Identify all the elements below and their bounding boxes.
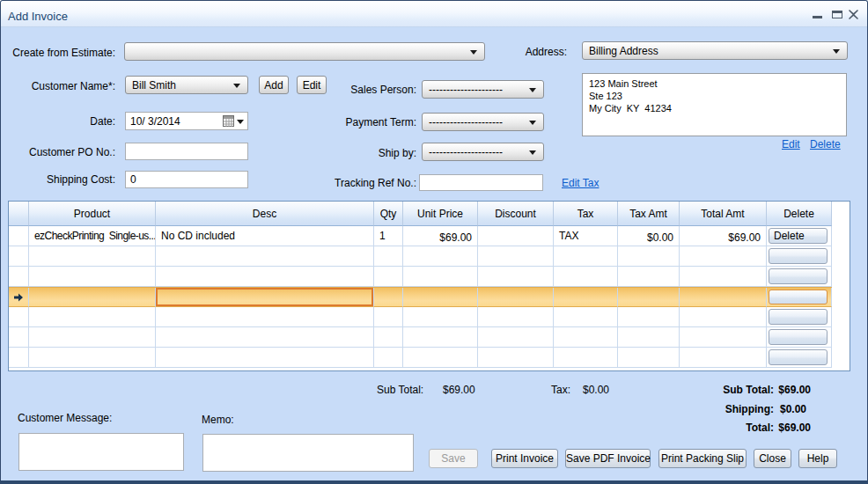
tax-amt-cell[interactable]	[618, 307, 680, 327]
row-selector-cell[interactable]	[9, 348, 29, 368]
payment-term-select[interactable]: ---------------------	[422, 113, 544, 131]
col-header-total-amt[interactable]: Total Amt	[680, 202, 767, 226]
tax-amt-cell[interactable]	[618, 348, 680, 368]
add-customer-button[interactable]: Add	[259, 76, 289, 94]
tax-amt-cell[interactable]: $0.00	[618, 226, 680, 246]
ship-by-select[interactable]: ---------------------	[422, 143, 544, 161]
tax-amt-cell[interactable]	[618, 267, 680, 287]
date-picker[interactable]: 10/ 3/2014	[125, 112, 248, 130]
col-header-discount[interactable]: Discount	[478, 202, 554, 226]
delete-row-button[interactable]	[769, 290, 828, 304]
qty-cell[interactable]	[374, 348, 403, 368]
customer-message-input[interactable]	[18, 433, 184, 471]
row-selector-cell[interactable]	[9, 288, 29, 307]
unit-price-cell[interactable]	[403, 348, 478, 368]
tax-cell[interactable]	[554, 288, 618, 307]
delete-row-button[interactable]	[769, 349, 828, 365]
delete-row-button[interactable]	[769, 309, 828, 325]
tax-cell[interactable]	[554, 327, 618, 348]
col-header-delete[interactable]: Delete	[767, 202, 832, 226]
row-selector-cell[interactable]	[9, 226, 29, 246]
tax-cell[interactable]	[554, 307, 618, 327]
grid-row-7[interactable]	[9, 348, 832, 368]
col-header-tax-amt[interactable]: Tax Amt	[618, 202, 680, 226]
row-selector-cell[interactable]	[9, 246, 29, 267]
tax-cell[interactable]	[554, 348, 618, 368]
desc-cell[interactable]	[156, 267, 374, 287]
product-cell[interactable]	[29, 327, 156, 348]
address-select[interactable]: Billing Address	[582, 41, 848, 60]
unit-price-cell[interactable]	[403, 288, 478, 307]
unit-price-cell[interactable]	[403, 246, 478, 267]
desc-cell[interactable]	[156, 246, 374, 267]
print-packing-slip-button[interactable]: Print Packing Slip	[658, 449, 747, 468]
desc-cell[interactable]	[156, 348, 374, 368]
discount-cell[interactable]	[478, 226, 554, 246]
discount-cell[interactable]	[478, 246, 554, 267]
close-button[interactable]	[844, 1, 865, 27]
product-cell[interactable]	[29, 267, 156, 287]
total-amt-cell[interactable]: $69.00	[680, 226, 767, 246]
save-pdf-invoice-button[interactable]: Save PDF Invoice	[565, 449, 651, 468]
address-delete-link[interactable]: Delete	[810, 138, 841, 150]
col-header-desc[interactable]: Desc	[156, 202, 374, 226]
qty-cell[interactable]	[374, 246, 403, 267]
total-amt-cell[interactable]	[680, 288, 767, 307]
grid-row-5[interactable]	[9, 307, 832, 327]
grid-row-3[interactable]	[9, 267, 832, 287]
sales-person-select[interactable]: ---------------------	[422, 80, 544, 99]
qty-cell[interactable]	[374, 288, 403, 307]
desc-cell[interactable]	[156, 307, 374, 327]
discount-cell[interactable]	[478, 348, 554, 368]
tax-cell[interactable]	[554, 267, 618, 287]
edit-customer-button[interactable]: Edit	[297, 76, 327, 94]
delete-row-button[interactable]: Delete	[769, 228, 828, 244]
unit-price-cell[interactable]	[403, 267, 478, 287]
col-header-qty[interactable]: Qty	[374, 202, 403, 226]
total-amt-cell[interactable]	[680, 307, 767, 327]
total-amt-cell[interactable]	[680, 348, 767, 368]
desc-cell[interactable]: No CD included	[156, 226, 374, 246]
tax-amt-cell[interactable]	[618, 246, 680, 267]
shipping-cost-input[interactable]: 0	[125, 171, 248, 188]
delete-row-button[interactable]	[769, 329, 828, 345]
product-cell[interactable]	[29, 348, 156, 368]
grid-row-2[interactable]	[9, 246, 832, 267]
create-from-estimate-select[interactable]	[124, 42, 485, 61]
qty-cell[interactable]	[374, 307, 403, 327]
delete-row-button[interactable]	[769, 268, 828, 284]
unit-price-cell[interactable]	[403, 307, 478, 327]
delete-row-button[interactable]	[769, 248, 828, 264]
grid-row-1[interactable]: ezCheckPrinting Single-us... No CD inclu…	[9, 226, 832, 246]
col-header-product[interactable]: Product	[29, 202, 156, 226]
tax-cell[interactable]	[554, 246, 618, 267]
row-selector-cell[interactable]	[9, 307, 29, 327]
discount-cell[interactable]	[478, 327, 554, 348]
help-button[interactable]: Help	[798, 449, 837, 468]
edit-tax-link[interactable]: Edit Tax	[562, 177, 599, 189]
print-invoice-button[interactable]: Print Invoice	[491, 449, 558, 468]
qty-cell[interactable]	[374, 267, 403, 287]
title-bar[interactable]: Add Invoice	[1, 1, 867, 27]
row-selector-cell[interactable]	[9, 267, 29, 287]
total-amt-cell[interactable]	[680, 267, 767, 287]
close-dialog-button[interactable]: Close	[754, 449, 791, 468]
product-cell[interactable]	[29, 288, 156, 307]
total-amt-cell[interactable]	[680, 246, 767, 267]
qty-cell[interactable]: 1	[374, 226, 403, 246]
tax-cell[interactable]: TAX	[554, 226, 618, 246]
desc-cell-current[interactable]	[156, 288, 374, 307]
customer-name-select[interactable]: Bill Smith	[125, 76, 248, 94]
discount-cell[interactable]	[478, 307, 554, 327]
tax-amt-cell[interactable]	[618, 327, 680, 348]
qty-cell[interactable]	[374, 327, 403, 348]
col-header-unit-price[interactable]: Unit Price	[403, 202, 478, 226]
col-header-tax[interactable]: Tax	[554, 202, 618, 226]
address-edit-link[interactable]: Edit	[782, 138, 800, 150]
save-button[interactable]: Save	[429, 449, 478, 468]
unit-price-cell[interactable]: $69.00	[403, 226, 478, 246]
unit-price-cell[interactable]	[403, 327, 478, 348]
grid-row-4-selected[interactable]	[9, 287, 832, 307]
tax-amt-cell[interactable]	[618, 288, 680, 307]
memo-input[interactable]	[202, 434, 414, 472]
